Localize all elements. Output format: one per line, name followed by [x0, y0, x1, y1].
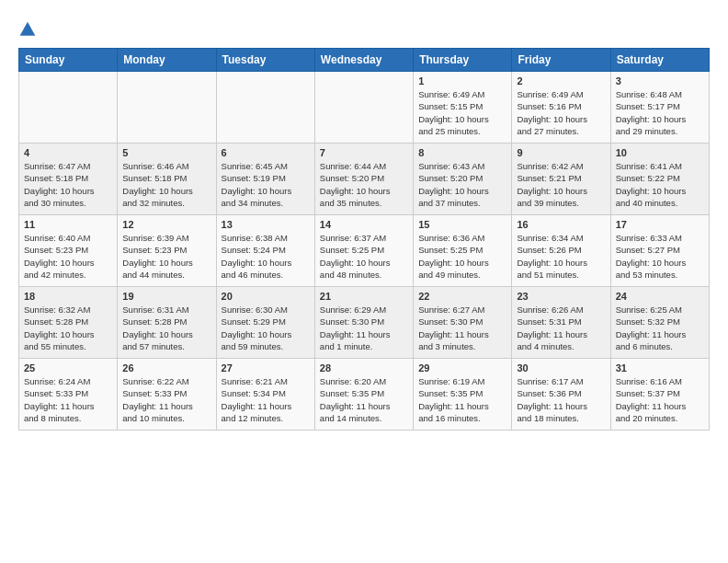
calendar-cell: [216, 72, 314, 144]
header-row: SundayMondayTuesdayWednesdayThursdayFrid…: [19, 49, 710, 72]
day-number: 21: [320, 291, 408, 302]
day-info: Sunrise: 6:19 AM Sunset: 5:35 PM Dayligh…: [418, 375, 506, 424]
logo-icon: [18, 20, 37, 39]
calendar-cell: 14Sunrise: 6:37 AM Sunset: 5:25 PM Dayli…: [314, 215, 413, 287]
day-info: Sunrise: 6:49 AM Sunset: 5:15 PM Dayligh…: [418, 88, 506, 137]
calendar-cell: 19Sunrise: 6:31 AM Sunset: 5:28 PM Dayli…: [118, 287, 216, 359]
day-info: Sunrise: 6:17 AM Sunset: 5:36 PM Dayligh…: [517, 375, 605, 424]
day-number: 14: [320, 219, 408, 230]
calendar-cell: 29Sunrise: 6:19 AM Sunset: 5:35 PM Dayli…: [414, 359, 512, 431]
calendar-week-row: 11Sunrise: 6:40 AM Sunset: 5:23 PM Dayli…: [19, 215, 710, 287]
day-info: Sunrise: 6:29 AM Sunset: 5:30 PM Dayligh…: [320, 304, 408, 352]
day-number: 25: [24, 362, 112, 373]
calendar-cell: 23Sunrise: 6:26 AM Sunset: 5:31 PM Dayli…: [512, 287, 610, 359]
day-info: Sunrise: 6:31 AM Sunset: 5:28 PM Dayligh…: [122, 304, 210, 352]
day-info: Sunrise: 6:45 AM Sunset: 5:19 PM Dayligh…: [222, 160, 310, 209]
day-info: Sunrise: 6:32 AM Sunset: 5:28 PM Dayligh…: [24, 304, 112, 352]
day-info: Sunrise: 6:16 AM Sunset: 5:37 PM Dayligh…: [616, 375, 704, 424]
day-info: Sunrise: 6:21 AM Sunset: 5:34 PM Dayligh…: [222, 375, 310, 424]
calendar-cell: 7Sunrise: 6:44 AM Sunset: 5:20 PM Daylig…: [314, 144, 413, 215]
day-info: Sunrise: 6:46 AM Sunset: 5:18 PM Dayligh…: [122, 160, 210, 209]
calendar-cell: 12Sunrise: 6:39 AM Sunset: 5:23 PM Dayli…: [118, 215, 216, 287]
day-number: 1: [418, 75, 506, 86]
day-number: 5: [122, 147, 210, 158]
calendar-cell: 30Sunrise: 6:17 AM Sunset: 5:36 PM Dayli…: [512, 359, 610, 431]
calendar-cell: 25Sunrise: 6:24 AM Sunset: 5:33 PM Dayli…: [19, 359, 118, 431]
day-number: 20: [222, 291, 310, 302]
calendar-header: SundayMondayTuesdayWednesdayThursdayFrid…: [19, 49, 710, 72]
day-info: Sunrise: 6:37 AM Sunset: 5:25 PM Dayligh…: [320, 232, 408, 281]
calendar-cell: 31Sunrise: 6:16 AM Sunset: 5:37 PM Dayli…: [610, 359, 709, 431]
day-number: 27: [222, 362, 310, 373]
day-info: Sunrise: 6:34 AM Sunset: 5:26 PM Dayligh…: [517, 232, 605, 281]
day-number: 13: [222, 219, 310, 230]
day-info: Sunrise: 6:22 AM Sunset: 5:33 PM Dayligh…: [122, 375, 210, 424]
header-cell-monday: Monday: [118, 49, 216, 72]
day-number: 28: [320, 362, 408, 373]
day-info: Sunrise: 6:38 AM Sunset: 5:24 PM Dayligh…: [222, 232, 310, 281]
day-number: 10: [616, 147, 704, 158]
calendar-cell: 22Sunrise: 6:27 AM Sunset: 5:30 PM Dayli…: [414, 287, 512, 359]
day-info: Sunrise: 6:40 AM Sunset: 5:23 PM Dayligh…: [24, 232, 112, 281]
day-number: 16: [517, 219, 605, 230]
day-number: 7: [320, 147, 408, 158]
day-number: 30: [517, 362, 605, 373]
svg-marker-0: [20, 22, 36, 36]
calendar-cell: [118, 72, 216, 144]
day-number: 24: [616, 291, 704, 302]
page-header: [18, 18, 710, 39]
day-info: Sunrise: 6:43 AM Sunset: 5:20 PM Dayligh…: [418, 160, 506, 209]
calendar-cell: 9Sunrise: 6:42 AM Sunset: 5:21 PM Daylig…: [512, 144, 610, 215]
day-info: Sunrise: 6:36 AM Sunset: 5:25 PM Dayligh…: [418, 232, 506, 281]
calendar-week-row: 25Sunrise: 6:24 AM Sunset: 5:33 PM Dayli…: [19, 359, 710, 431]
day-number: 22: [418, 291, 506, 302]
logo: [18, 18, 40, 39]
day-info: Sunrise: 6:41 AM Sunset: 5:22 PM Dayligh…: [616, 160, 704, 209]
calendar-cell: 1Sunrise: 6:49 AM Sunset: 5:15 PM Daylig…: [414, 72, 512, 144]
day-number: 15: [418, 219, 506, 230]
calendar-cell: 24Sunrise: 6:25 AM Sunset: 5:32 PM Dayli…: [610, 287, 709, 359]
calendar-cell: 6Sunrise: 6:45 AM Sunset: 5:19 PM Daylig…: [216, 144, 314, 215]
day-number: 19: [122, 291, 210, 302]
day-number: 4: [24, 147, 112, 158]
header-cell-saturday: Saturday: [610, 49, 709, 72]
day-info: Sunrise: 6:24 AM Sunset: 5:33 PM Dayligh…: [24, 375, 112, 424]
day-number: 8: [418, 147, 506, 158]
day-number: 29: [418, 362, 506, 373]
day-info: Sunrise: 6:47 AM Sunset: 5:18 PM Dayligh…: [24, 160, 112, 209]
day-info: Sunrise: 6:25 AM Sunset: 5:32 PM Dayligh…: [616, 304, 704, 352]
header-cell-thursday: Thursday: [414, 49, 512, 72]
calendar-cell: 3Sunrise: 6:48 AM Sunset: 5:17 PM Daylig…: [610, 72, 709, 144]
day-number: 17: [616, 219, 704, 230]
calendar-cell: 10Sunrise: 6:41 AM Sunset: 5:22 PM Dayli…: [610, 144, 709, 215]
day-info: Sunrise: 6:26 AM Sunset: 5:31 PM Dayligh…: [517, 304, 605, 352]
calendar-week-row: 1Sunrise: 6:49 AM Sunset: 5:15 PM Daylig…: [19, 72, 710, 144]
calendar-cell: 27Sunrise: 6:21 AM Sunset: 5:34 PM Dayli…: [216, 359, 314, 431]
calendar-body: 1Sunrise: 6:49 AM Sunset: 5:15 PM Daylig…: [19, 72, 710, 431]
day-number: 23: [517, 291, 605, 302]
day-number: 12: [122, 219, 210, 230]
calendar-cell: 13Sunrise: 6:38 AM Sunset: 5:24 PM Dayli…: [216, 215, 314, 287]
calendar-cell: 15Sunrise: 6:36 AM Sunset: 5:25 PM Dayli…: [414, 215, 512, 287]
day-number: 2: [517, 75, 605, 86]
day-number: 18: [24, 291, 112, 302]
calendar-cell: 8Sunrise: 6:43 AM Sunset: 5:20 PM Daylig…: [414, 144, 512, 215]
calendar-cell: 21Sunrise: 6:29 AM Sunset: 5:30 PM Dayli…: [314, 287, 413, 359]
day-number: 11: [24, 219, 112, 230]
day-info: Sunrise: 6:44 AM Sunset: 5:20 PM Dayligh…: [320, 160, 408, 209]
day-info: Sunrise: 6:20 AM Sunset: 5:35 PM Dayligh…: [320, 375, 408, 424]
calendar-cell: 18Sunrise: 6:32 AM Sunset: 5:28 PM Dayli…: [19, 287, 118, 359]
calendar-week-row: 18Sunrise: 6:32 AM Sunset: 5:28 PM Dayli…: [19, 287, 710, 359]
header-cell-friday: Friday: [512, 49, 610, 72]
day-number: 3: [616, 75, 704, 86]
day-number: 9: [517, 147, 605, 158]
calendar-cell: 16Sunrise: 6:34 AM Sunset: 5:26 PM Dayli…: [512, 215, 610, 287]
calendar-week-row: 4Sunrise: 6:47 AM Sunset: 5:18 PM Daylig…: [19, 144, 710, 215]
day-info: Sunrise: 6:39 AM Sunset: 5:23 PM Dayligh…: [122, 232, 210, 281]
calendar-cell: [19, 72, 118, 144]
calendar-cell: [314, 72, 413, 144]
calendar-cell: 28Sunrise: 6:20 AM Sunset: 5:35 PM Dayli…: [314, 359, 413, 431]
header-cell-sunday: Sunday: [19, 49, 118, 72]
day-info: Sunrise: 6:48 AM Sunset: 5:17 PM Dayligh…: [616, 88, 704, 137]
day-info: Sunrise: 6:30 AM Sunset: 5:29 PM Dayligh…: [222, 304, 310, 352]
